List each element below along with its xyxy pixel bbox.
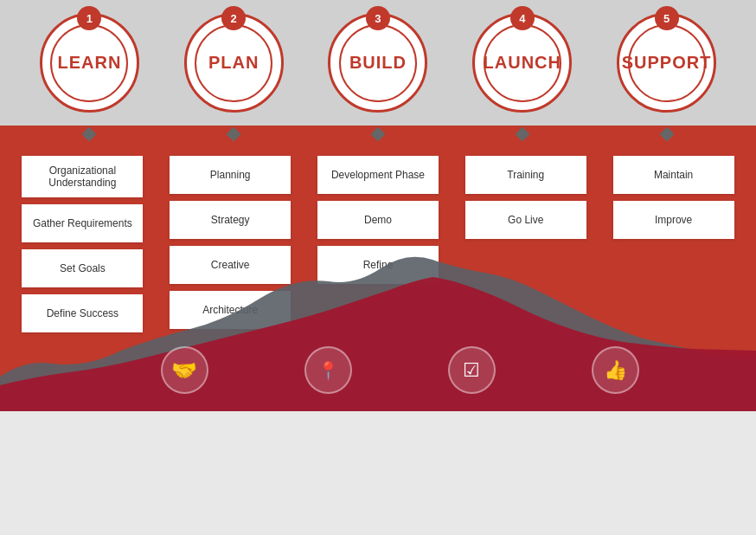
route-icon-circle: 📍 bbox=[304, 346, 352, 394]
chart-section: 🤝 📍 ☑ 👍 bbox=[0, 203, 756, 411]
handshake-icon-circle: 🤝 bbox=[161, 346, 208, 394]
route-icon: 📍 bbox=[317, 360, 339, 381]
handshake-icon: 🤝 bbox=[171, 358, 197, 383]
phase-3-number: 3 bbox=[366, 6, 390, 30]
launch-item-1: Training bbox=[465, 156, 586, 194]
diamond-5 bbox=[659, 127, 674, 142]
badge-icon-circle: 👍 bbox=[592, 346, 639, 394]
header-section: 1 LEARN 2 PLAN 3 BUILD bbox=[0, 0, 756, 126]
phase-4-number: 4 bbox=[510, 6, 535, 30]
diamond-3 bbox=[370, 127, 385, 142]
phase-4-container: 4 LAUNCH bbox=[472, 13, 572, 113]
phase-3-container: 3 BUILD bbox=[328, 13, 427, 113]
main-container: 1 LEARN 2 PLAN 3 BUILD bbox=[0, 0, 756, 535]
phase-4-inner: LAUNCH bbox=[484, 24, 561, 102]
badge-icon: 👍 bbox=[604, 359, 627, 382]
phase-2-inner: PLAN bbox=[195, 24, 272, 102]
learn-item-1: Organizational Understanding bbox=[22, 156, 143, 197]
build-item-1: Development Phase bbox=[317, 156, 439, 194]
phase-2-label: PLAN bbox=[208, 53, 259, 73]
phase-2-number: 2 bbox=[221, 6, 246, 30]
phase-1-container: 1 LEARN bbox=[40, 13, 139, 113]
phase-5-number: 5 bbox=[655, 6, 679, 30]
connector-bar bbox=[0, 126, 756, 143]
plan-item-1: Planning bbox=[170, 156, 291, 194]
phase-1-label: LEARN bbox=[57, 53, 121, 73]
phase-5-inner: SUPPORT bbox=[628, 24, 706, 102]
diamond-2 bbox=[227, 127, 241, 142]
support-item-1: Maintain bbox=[613, 156, 734, 194]
icon-row: 🤝 📍 ☑ 👍 bbox=[0, 346, 756, 394]
diamond-1 bbox=[82, 127, 97, 142]
phase-5-label: SUPPORT bbox=[622, 53, 712, 73]
phase-4-label: LAUNCH bbox=[484, 53, 561, 73]
phase-5-container: 5 SUPPORT bbox=[617, 13, 716, 113]
checklist-icon: ☑ bbox=[463, 359, 480, 382]
phase-3-label: BUILD bbox=[349, 53, 407, 73]
checklist-icon-circle: ☑ bbox=[448, 346, 496, 394]
phase-1-inner: LEARN bbox=[50, 24, 128, 102]
phase-2-container: 2 PLAN bbox=[184, 13, 284, 113]
diamond-4 bbox=[515, 127, 529, 142]
content-section: Organizational Understanding Gather Requ… bbox=[0, 143, 756, 411]
phase-3-inner: BUILD bbox=[339, 24, 417, 102]
